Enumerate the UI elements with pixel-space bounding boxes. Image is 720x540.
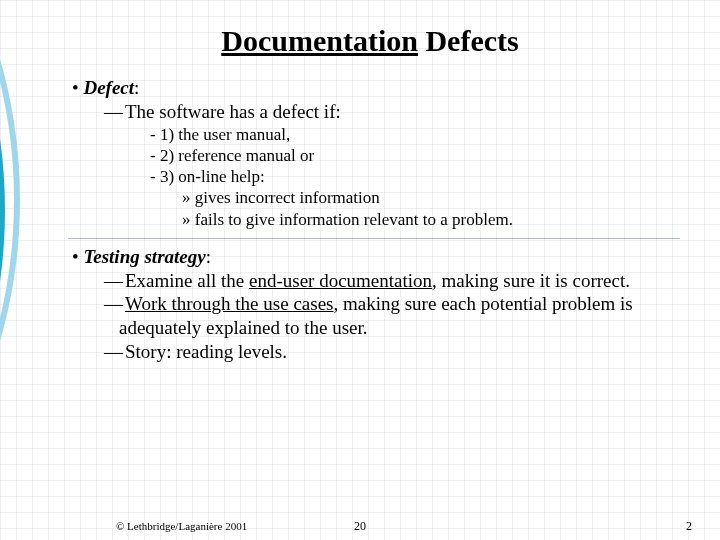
bullet-testing-strategy: Testing strategy: <box>72 245 680 269</box>
slide-title: Documentation Defects <box>60 24 680 58</box>
slide-body: Documentation Defects Defect: The softwa… <box>0 0 720 540</box>
list-item: 2) reference manual or <box>150 145 680 166</box>
copyright-text: © Lethbridge/Laganière 2001 <box>116 520 247 532</box>
page-number-right: 2 <box>686 519 692 534</box>
list-item: 1) the user manual, <box>150 124 680 145</box>
divider-line <box>68 238 680 239</box>
list-item: gives incorrect information <box>182 187 680 208</box>
defect-intro: The software has a defect if: <box>104 100 680 124</box>
title-underlined: Documentation <box>221 24 418 57</box>
list-item: fails to give information relevant to a … <box>182 209 680 230</box>
page-number-center: 20 <box>354 519 366 534</box>
strategy-point-1: Examine all the end-user documentation, … <box>104 269 680 293</box>
bullet-defect: Defect: <box>72 76 680 100</box>
title-rest: Defects <box>418 24 519 57</box>
list-item: 3) on-line help: <box>150 166 680 187</box>
strategy-point-2: Work through the use cases, making sure … <box>104 292 680 340</box>
strategy-point-3: Story: reading levels. <box>104 340 680 364</box>
content-area: Defect: The software has a defect if: 1)… <box>60 76 680 364</box>
